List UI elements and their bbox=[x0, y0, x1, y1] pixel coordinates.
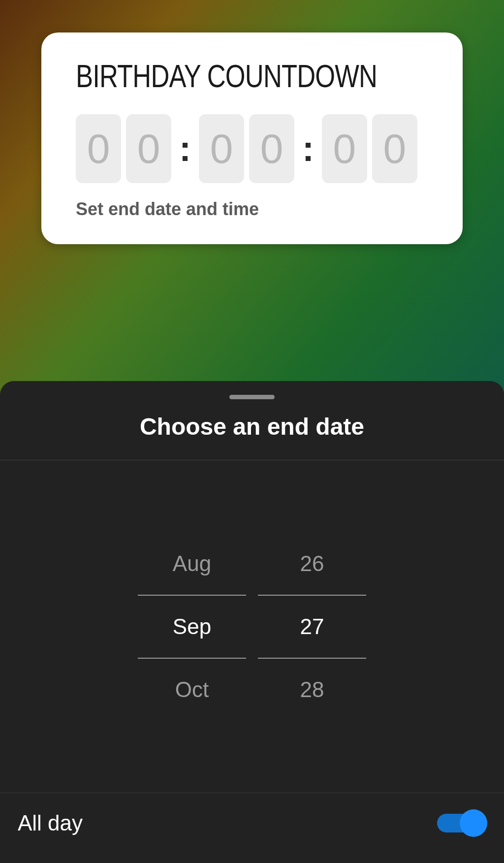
date-picker: Aug Sep Oct 26 27 28 bbox=[0, 460, 504, 793]
day-picker[interactable]: 26 27 28 bbox=[258, 533, 366, 721]
month-option-next[interactable]: Oct bbox=[138, 659, 246, 721]
month-picker[interactable]: Aug Sep Oct bbox=[138, 533, 246, 721]
countdown-title[interactable]: BIRTHDAY COUNTDOWN bbox=[76, 58, 365, 95]
all-day-row: All day bbox=[0, 793, 504, 863]
countdown-digits: 0 0 : 0 0 : 0 0 bbox=[76, 114, 428, 183]
countdown-digit: 0 bbox=[199, 114, 244, 183]
countdown-digit: 0 bbox=[372, 114, 417, 183]
countdown-digit: 0 bbox=[126, 114, 171, 183]
month-option-selected[interactable]: Sep bbox=[138, 595, 246, 659]
date-picker-sheet: Choose an end date Aug Sep Oct 26 27 28 … bbox=[0, 381, 504, 863]
colon-separator: : bbox=[299, 136, 317, 161]
all-day-toggle[interactable] bbox=[437, 810, 486, 836]
countdown-card: BIRTHDAY COUNTDOWN 0 0 : 0 0 : 0 0 Set e… bbox=[41, 32, 463, 244]
day-option-prev[interactable]: 26 bbox=[258, 533, 366, 595]
countdown-digit: 0 bbox=[76, 114, 121, 183]
day-option-next[interactable]: 28 bbox=[258, 659, 366, 721]
colon-separator: : bbox=[176, 136, 194, 161]
day-option-selected[interactable]: 27 bbox=[258, 595, 366, 659]
set-end-date-hint[interactable]: Set end date and time bbox=[76, 199, 428, 220]
all-day-label: All day bbox=[18, 811, 83, 835]
sheet-title: Choose an end date bbox=[0, 413, 504, 460]
countdown-digit: 0 bbox=[249, 114, 294, 183]
month-option-prev[interactable]: Aug bbox=[138, 533, 246, 595]
sheet-grabber[interactable] bbox=[229, 395, 275, 399]
toggle-thumb bbox=[460, 809, 487, 837]
countdown-digit: 0 bbox=[322, 114, 367, 183]
